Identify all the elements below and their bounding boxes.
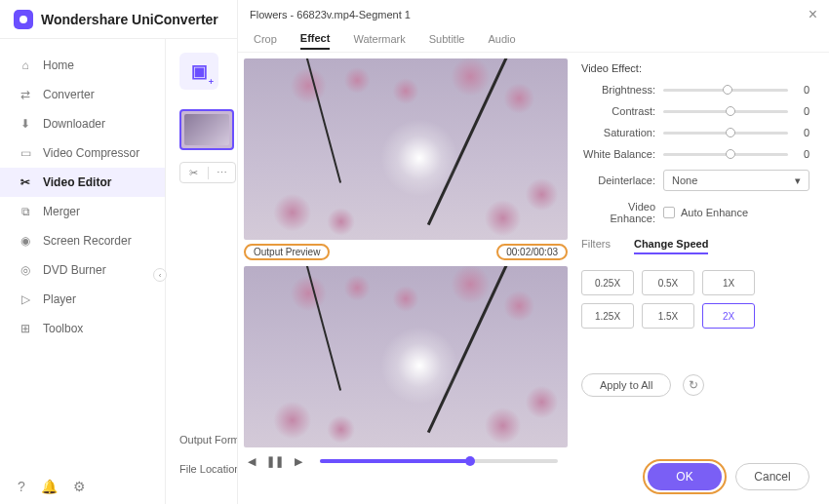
pause-button[interactable]: ❚❚: [267, 453, 283, 469]
speed-1_5x[interactable]: 1.5X: [642, 303, 694, 329]
brightness-slider[interactable]: [663, 89, 788, 92]
bell-icon[interactable]: 🔔: [41, 479, 58, 494]
sidebar-item-label: Player: [43, 292, 76, 306]
sidebar-item-label: Toolbox: [43, 322, 83, 335]
compress-icon: ▭: [18, 145, 33, 161]
sidebar-item-downloader[interactable]: ⬇Downloader: [0, 109, 165, 138]
disc-icon: ◎: [18, 262, 33, 278]
converter-icon: ⇄: [18, 87, 33, 102]
tab-subtitle[interactable]: Subtitle: [429, 33, 465, 49]
add-media-button[interactable]: ▣: [179, 53, 218, 90]
brightness-label: Brightness:: [581, 84, 655, 96]
sidebar-item-toolbox[interactable]: ⊞Toolbox: [0, 314, 165, 343]
footer-icons: ? 🔔 ⚙: [18, 479, 86, 494]
contrast-label: Contrast:: [581, 105, 655, 117]
help-icon[interactable]: ?: [18, 479, 25, 494]
tab-audio[interactable]: Audio: [488, 33, 515, 49]
subtab-change-speed[interactable]: Change Speed: [634, 238, 708, 254]
cut-button[interactable]: ✂: [180, 167, 209, 179]
play-controls: ◀ ❚❚ ▶: [244, 453, 568, 469]
deinterlace-label: Deinterlace:: [581, 174, 655, 186]
reset-button[interactable]: ↻: [683, 374, 704, 396]
brightness-value: 0: [798, 84, 809, 96]
white-balance-slider[interactable]: [663, 153, 788, 156]
clip-tools: ✂ ⋯: [179, 162, 236, 183]
sidebar-item-label: Screen Recorder: [43, 234, 132, 248]
auto-enhance-text: Auto Enhance: [681, 207, 748, 218]
preview-time-badge: 00:02/00:03: [496, 244, 568, 260]
dialog-tabs: Crop Effect Watermark Subtitle Audio: [238, 29, 829, 53]
speed-2x[interactable]: 2X: [702, 303, 755, 329]
ok-highlight-ring: [643, 459, 727, 494]
chevron-down-icon: ▾: [795, 174, 801, 187]
tab-crop[interactable]: Crop: [254, 33, 277, 49]
gear-icon[interactable]: ⚙: [73, 479, 86, 494]
sidebar-collapse-button[interactable]: ‹: [153, 268, 167, 282]
enhance-label: Video Enhance:: [581, 201, 655, 224]
saturation-label: Saturation:: [581, 127, 655, 138]
scissors-icon: ✂: [18, 174, 33, 190]
preview-column: Output Preview 00:02/00:03 ◀ ❚❚ ▶: [244, 58, 568, 469]
speed-1x[interactable]: 1X: [702, 270, 755, 295]
sidebar-item-label: Merger: [43, 205, 80, 218]
sidebar: ⌂Home ⇄Converter ⬇Downloader ▭Video Comp…: [0, 39, 166, 504]
home-icon: ⌂: [18, 58, 33, 73]
sidebar-item-player[interactable]: ▷Player: [0, 285, 165, 314]
video-effect-title: Video Effect:: [581, 62, 809, 74]
sidebar-item-label: Video Editor: [43, 175, 111, 189]
edit-dialog: Flowers - 66823v.mp4-Segment 1 × Crop Ef…: [237, 0, 829, 504]
clip-thumbnail[interactable]: [179, 109, 234, 150]
white-balance-value: 0: [798, 148, 809, 160]
close-button[interactable]: ×: [809, 6, 817, 23]
app-title: Wondershare UniConverter: [41, 12, 218, 27]
sidebar-item-label: Downloader: [43, 117, 105, 131]
saturation-value: 0: [798, 127, 809, 138]
contrast-value: 0: [798, 105, 809, 117]
saturation-slider[interactable]: [663, 132, 788, 135]
deinterlace-value: None: [672, 174, 697, 186]
more-button[interactable]: ⋯: [209, 167, 236, 179]
sidebar-item-home[interactable]: ⌂Home: [0, 51, 165, 80]
white-balance-label: White Balance:: [581, 148, 655, 160]
sidebar-item-dvd-burner[interactable]: ◎DVD Burner: [0, 255, 165, 285]
subtab-filters[interactable]: Filters: [581, 238, 611, 254]
contrast-slider[interactable]: [663, 110, 788, 113]
next-button[interactable]: ▶: [291, 453, 306, 469]
prev-button[interactable]: ◀: [244, 453, 259, 469]
output-preview: [244, 266, 568, 447]
tab-effect[interactable]: Effect: [300, 32, 331, 50]
merge-icon: ⧉: [18, 204, 33, 219]
auto-enhance-checkbox[interactable]: [663, 207, 675, 218]
record-icon: ◉: [18, 233, 33, 249]
speed-0_5x[interactable]: 0.5X: [642, 270, 694, 295]
sidebar-item-label: Video Compressor: [43, 146, 139, 160]
deinterlace-select[interactable]: None▾: [663, 170, 809, 191]
timeline-slider[interactable]: [320, 459, 558, 463]
effect-subtabs: Filters Change Speed: [581, 238, 809, 254]
speed-0_25x[interactable]: 0.25X: [581, 270, 634, 295]
sidebar-item-label: DVD Burner: [43, 263, 106, 277]
toolbox-icon: ⊞: [18, 321, 33, 336]
output-preview-badge: Output Preview: [244, 244, 330, 260]
player-icon: ▷: [18, 291, 33, 307]
apply-to-all-button[interactable]: Apply to All: [581, 373, 671, 397]
sidebar-item-screen-recorder[interactable]: ◉Screen Recorder: [0, 226, 165, 255]
sidebar-item-compressor[interactable]: ▭Video Compressor: [0, 138, 165, 168]
speed-1_25x[interactable]: 1.25X: [581, 303, 634, 329]
tab-watermark[interactable]: Watermark: [353, 33, 405, 49]
app-logo: [14, 10, 33, 29]
source-preview: [244, 58, 568, 240]
effect-panel: Video Effect: Brightness:0 Contrast:0 Sa…: [568, 58, 829, 469]
download-icon: ⬇: [18, 116, 33, 132]
cancel-button[interactable]: Cancel: [735, 463, 809, 490]
sidebar-item-converter[interactable]: ⇄Converter: [0, 80, 165, 109]
sidebar-item-label: Converter: [43, 88, 95, 101]
speed-options: 0.25X 0.5X 1X 1.25X 1.5X 2X: [581, 270, 809, 329]
sidebar-item-label: Home: [43, 58, 74, 72]
sidebar-item-merger[interactable]: ⧉Merger: [0, 197, 165, 226]
sidebar-item-video-editor[interactable]: ✂Video Editor: [0, 168, 165, 197]
dialog-title: Flowers - 66823v.mp4-Segment 1: [250, 9, 411, 20]
